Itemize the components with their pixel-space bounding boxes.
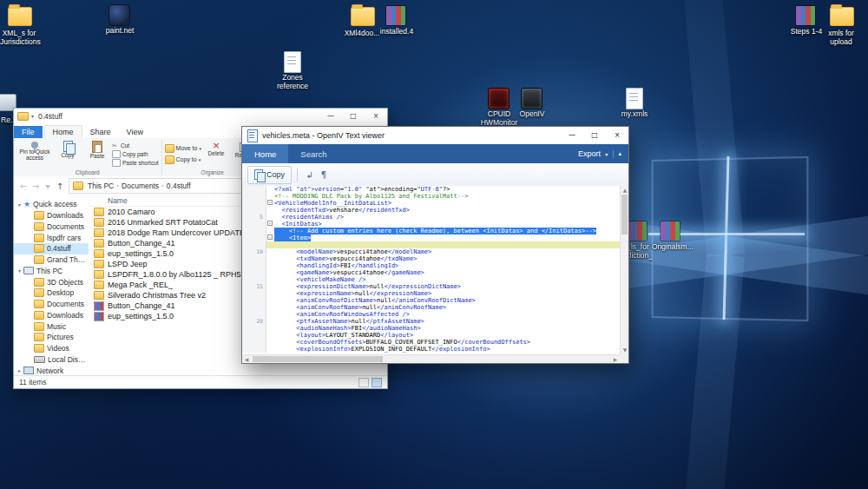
openiv-tab-search[interactable]: Search bbox=[288, 144, 339, 163]
code-line[interactable]: -<VehicleModelInfo__InitDataList> bbox=[242, 200, 620, 207]
sidebar-item-downloads[interactable]: Downloads bbox=[14, 310, 89, 321]
tab-share[interactable]: Share bbox=[82, 126, 119, 138]
openiv-tab-home[interactable]: Home bbox=[242, 144, 288, 163]
export-button[interactable]: Export bbox=[578, 149, 601, 158]
scroll-left-icon[interactable]: ◀ bbox=[242, 355, 251, 364]
code-line[interactable]: <?xml "at">version="1.0" "at">encoding="… bbox=[242, 186, 620, 193]
scroll-down-icon[interactable]: ▼ bbox=[621, 346, 629, 354]
ribbon-button-pin[interactable]: Pin to Quick access bbox=[16, 140, 53, 161]
ribbon-button-pshort[interactable]: Paste shortcut bbox=[112, 158, 159, 167]
code-line[interactable]: <vehicleMakeName /> bbox=[242, 276, 620, 283]
minimize-button[interactable]: — bbox=[561, 127, 583, 144]
explorer-title-bar[interactable]: ▾ 0.4stuff —□× bbox=[14, 109, 387, 123]
sidebar-item-documents[interactable]: Documents bbox=[14, 299, 89, 310]
scroll-right-icon[interactable]: ▶ bbox=[611, 355, 620, 364]
desktop-icon-xml-s-for[interactable]: XML_s forJurisdictions bbox=[0, 3, 38, 46]
code-line[interactable]: <layout>LAYOUT_STANDARD</layout> bbox=[242, 332, 620, 339]
desktop-icon-paint-net[interactable]: paint.net bbox=[101, 3, 139, 36]
breadcrumb-item[interactable]: This PC bbox=[86, 182, 115, 190]
export-chevron-icon[interactable]: ▾ bbox=[605, 151, 608, 157]
ribbon-button-del[interactable]: ×Delete bbox=[201, 140, 231, 156]
code-line[interactable]: <!-- MODDING DLC Pack by Albo1125 and Fe… bbox=[242, 193, 620, 200]
fold-marker-icon[interactable]: - bbox=[266, 235, 274, 241]
maximize-button[interactable]: □ bbox=[583, 127, 606, 144]
code-line[interactable]: - <Item> bbox=[242, 235, 620, 241]
code-line[interactable]: <handlingId>FBI</handlingId> bbox=[242, 262, 620, 269]
code-line[interactable]: <animConvRoofWindowsAffected /> bbox=[242, 311, 620, 318]
formatting-marks-icon[interactable]: ¶ bbox=[317, 170, 331, 180]
sidebar-item-pictures[interactable]: Pictures bbox=[14, 332, 89, 343]
sidebar-item-local-disk-c-[interactable]: Local Disk (C:) bbox=[14, 354, 89, 366]
close-button[interactable]: × bbox=[365, 109, 387, 123]
fold-marker-icon[interactable]: - bbox=[266, 200, 274, 207]
code-line[interactable]: <!-- Add custom entries here (check Read… bbox=[242, 228, 620, 235]
sidebar-item-this-pc[interactable]: ▾This PC bbox=[14, 266, 89, 277]
expander-icon[interactable]: ▸ bbox=[16, 367, 23, 373]
ribbon-button-copyto[interactable]: Copy to▾ bbox=[165, 154, 201, 165]
sidebar-item-3d-objects[interactable]: 3D Objects bbox=[14, 276, 89, 287]
desktop-icon-originalsm-[interactable]: Originalsm... bbox=[652, 219, 690, 252]
tab-file[interactable]: File bbox=[14, 126, 43, 138]
word-wrap-icon[interactable]: ↲ bbox=[303, 170, 317, 180]
code-line[interactable] bbox=[242, 241, 620, 248]
code-line[interactable]: <gameName>vespucci4tahoe</gameName> bbox=[242, 269, 620, 276]
sidebar-item-grand-theft-[interactable]: Grand Theft ... bbox=[14, 254, 89, 266]
fold-marker-icon[interactable]: - bbox=[266, 221, 274, 228]
ribbon-button-copy[interactable]: Copy bbox=[53, 140, 82, 158]
sidebar-item-quick-access[interactable]: ▾★Quick access bbox=[14, 199, 89, 210]
scroll-up-icon[interactable]: ▲ bbox=[621, 186, 629, 195]
desktop-icon-openiv[interactable]: OpenIV bbox=[513, 87, 551, 119]
quick-access-toolbar-chevron-icon[interactable]: ▾ bbox=[31, 113, 34, 119]
ribbon-button-cut[interactable]: ✂Cut bbox=[112, 141, 159, 149]
code-line[interactable]: 15 <expressionDictName>null</expressionD… bbox=[242, 283, 620, 290]
desktop-icon-xml4doo-[interactable]: XMl4doo... bbox=[343, 3, 381, 38]
desktop-icon-xmls-for[interactable]: xmls forupload bbox=[822, 3, 860, 46]
breadcrumb-item[interactable]: Documents bbox=[120, 182, 161, 190]
code-line[interactable]: <txdName>vespucci4tahoe</txdName> bbox=[242, 255, 620, 262]
horizontal-scrollbar[interactable]: ◀ ▶ bbox=[242, 354, 620, 363]
desktop-icon-my-xmls[interactable]: my.xmls bbox=[615, 87, 654, 119]
forward-icon[interactable]: → bbox=[30, 182, 42, 191]
copy-button[interactable]: Copy bbox=[247, 166, 292, 184]
code-line[interactable]: - <InitDatas> bbox=[242, 221, 620, 228]
code-line[interactable]: <animConvRoofDictName>null</animConvRoof… bbox=[242, 297, 620, 304]
recent-icon[interactable]: ▾ bbox=[42, 182, 54, 191]
back-icon[interactable]: ← bbox=[17, 182, 30, 191]
code-line[interactable]: <expressionName>null</expressionName> bbox=[242, 290, 620, 297]
up-icon[interactable]: ↑ bbox=[54, 182, 66, 191]
vertical-scrollbar[interactable]: ▲ ▼ bbox=[620, 186, 628, 354]
ribbon-button-paste[interactable]: Paste bbox=[82, 140, 112, 159]
details-view-icon[interactable] bbox=[358, 378, 369, 387]
sidebar-item-documents[interactable]: Documents bbox=[14, 221, 89, 233]
code-line[interactable]: <explosionInfo>EXPLOSION_INFO_DEFAULT</e… bbox=[242, 346, 620, 353]
code-line[interactable]: <coverBoundOffsets>BUFFALO_COVER_OFFSET_… bbox=[242, 339, 620, 346]
sidebar-item-0-4stuff[interactable]: 0.4stuff bbox=[14, 243, 89, 254]
sidebar-item-videos[interactable]: Videos bbox=[14, 343, 89, 354]
code-line[interactable]: 5 <residentAnims /> bbox=[242, 214, 620, 221]
vertical-scroll-thumb[interactable] bbox=[621, 195, 628, 235]
maximize-button[interactable]: □ bbox=[342, 109, 365, 123]
minimize-button[interactable]: — bbox=[319, 109, 342, 123]
ribbon-button-cpath[interactable]: Copy path bbox=[112, 149, 159, 158]
openiv-title-bar[interactable]: vehicles.meta - OpenIV Text viewer —□× bbox=[242, 127, 628, 144]
expander-icon[interactable]: ▾ bbox=[16, 202, 23, 208]
code-line[interactable]: 10 <modelName>vespucci4tahoe</modelName> bbox=[242, 248, 620, 255]
icons-view-icon[interactable] bbox=[372, 378, 382, 387]
code-line[interactable]: <residentTxd>vehshare</residentTxd> bbox=[242, 207, 620, 214]
breadcrumb-item[interactable]: 0.4stuff bbox=[165, 182, 193, 190]
sidebar-item-music[interactable]: Music bbox=[14, 320, 89, 332]
collapse-ribbon-icon[interactable]: ▴ bbox=[618, 150, 621, 157]
code-line[interactable]: 20 <ptfxAssetName>null</ptfxAssetName> bbox=[242, 318, 620, 325]
desktop-icon-steps-1-4[interactable]: Steps 1-4 bbox=[787, 3, 825, 36]
tab-view[interactable]: View bbox=[119, 126, 151, 138]
sidebar-item-downloads[interactable]: Downloads bbox=[14, 210, 89, 221]
desktop-icon-zones[interactable]: Zonesreference bbox=[273, 50, 312, 90]
code-line[interactable]: <animConvRoofName>null</animConvRoofName… bbox=[242, 304, 620, 311]
ribbon-button-move[interactable]: Move to▾ bbox=[165, 142, 201, 154]
desktop-icon-installed-4[interactable]: installed.4 bbox=[378, 3, 416, 36]
tab-home[interactable]: Home bbox=[44, 125, 82, 138]
sidebar-item-desktop[interactable]: Desktop bbox=[14, 287, 89, 299]
expander-icon[interactable]: ▾ bbox=[16, 268, 23, 274]
horizontal-scroll-thumb[interactable] bbox=[253, 356, 383, 362]
close-button[interactable]: × bbox=[606, 127, 628, 144]
